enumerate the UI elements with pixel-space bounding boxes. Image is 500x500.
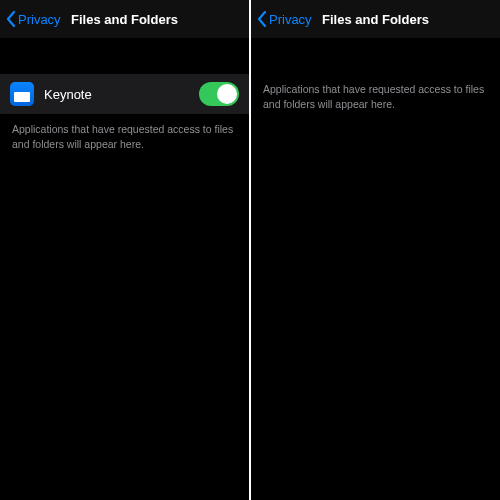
nav-bar: Privacy Files and Folders xyxy=(251,0,500,38)
chevron-left-icon xyxy=(257,11,267,27)
nav-bar: Privacy Files and Folders xyxy=(0,0,249,38)
app-name-label: Keynote xyxy=(44,87,189,102)
chevron-left-icon xyxy=(6,11,16,27)
footer-text: Applications that have requested access … xyxy=(0,114,249,151)
back-label: Privacy xyxy=(18,12,61,27)
permission-toggle[interactable] xyxy=(199,82,239,106)
content: Applications that have requested access … xyxy=(251,38,500,500)
app-row-keynote[interactable]: Keynote xyxy=(0,74,249,114)
back-label: Privacy xyxy=(269,12,312,27)
pane-right: Privacy Files and Folders Applications t… xyxy=(251,0,500,500)
back-button[interactable]: Privacy xyxy=(6,11,61,27)
keynote-icon xyxy=(10,82,34,106)
content: Keynote Applications that have requested… xyxy=(0,38,249,500)
pane-left: Privacy Files and Folders Keynote Applic… xyxy=(0,0,249,500)
back-button[interactable]: Privacy xyxy=(257,11,312,27)
footer-text: Applications that have requested access … xyxy=(251,74,500,111)
